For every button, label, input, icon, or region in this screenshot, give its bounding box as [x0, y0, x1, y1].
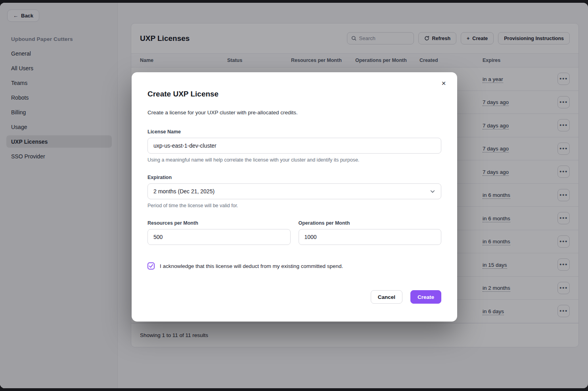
modal-title: Create UXP License [147, 90, 441, 98]
modal-buttons: Cancel Create [147, 290, 441, 304]
license-name-field-group: License Name Using a meaningful name wil… [147, 129, 441, 163]
modal-create-button[interactable]: Create [410, 290, 441, 304]
cancel-button[interactable]: Cancel [371, 290, 402, 304]
expiration-label: Expiration [147, 175, 441, 180]
acknowledgement-checkbox[interactable] [147, 262, 155, 270]
expiration-value: 2 months (Dec 21, 2025) [153, 188, 430, 195]
expiration-help: Period of time the license will be valid… [147, 203, 441, 208]
resources-input[interactable] [147, 229, 291, 245]
license-name-label: License Name [147, 129, 441, 135]
resources-field-group: Resources per Month [147, 220, 291, 245]
check-icon [149, 264, 153, 268]
expiration-select[interactable]: 2 months (Dec 21, 2025) [147, 183, 441, 199]
credits-row: Resources per Month Operations per Month [147, 220, 441, 245]
resources-label: Resources per Month [147, 220, 291, 226]
close-button[interactable]: × [438, 78, 449, 89]
operations-label: Operations per Month [299, 220, 442, 226]
operations-field-group: Operations per Month [299, 220, 442, 245]
close-icon: × [441, 79, 446, 87]
acknowledgement-row: I acknowledge that this license will ded… [147, 262, 441, 270]
license-name-help: Using a meaningful name will help correl… [147, 157, 441, 163]
acknowledgement-label: I acknowledge that this license will ded… [160, 263, 343, 269]
chevron-down-icon [430, 189, 435, 194]
modal-description: Create a license for your UXP cluster wi… [147, 110, 441, 116]
license-name-input[interactable] [147, 138, 441, 154]
expiration-field-group: Expiration 2 months (Dec 21, 2025) Perio… [147, 175, 441, 208]
operations-input[interactable] [299, 229, 442, 245]
create-uxp-license-modal: × Create UXP License Create a license fo… [132, 72, 457, 322]
